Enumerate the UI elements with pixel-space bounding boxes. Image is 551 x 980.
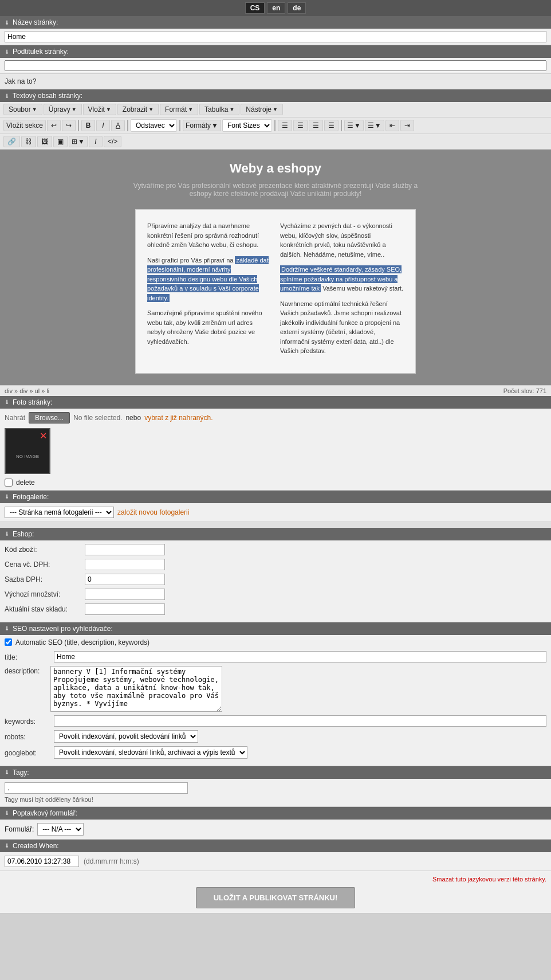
undo-btn[interactable]: ↩ <box>47 120 61 131</box>
formats-btn[interactable]: Formáty ▼ <box>183 120 221 131</box>
vybrat-link[interactable]: vybrat z již nahraných. <box>144 414 212 422</box>
created-header: ⇓ Created When: <box>0 840 551 852</box>
lang-cs[interactable]: CS <box>245 2 265 14</box>
bottom-section: Smazat tuto jazykovou verzi této stránky… <box>0 871 551 914</box>
image-btn[interactable]: 🖼 <box>37 136 52 147</box>
font-sizes-select[interactable]: Font Sizes <box>222 119 272 132</box>
insert-section-btn[interactable]: Vložit sekce <box>3 120 46 131</box>
delete-page-link[interactable]: Smazat tuto jazykovou verzi této stránky… <box>5 876 546 883</box>
source-btn[interactable]: </> <box>104 136 121 147</box>
podtitulek-input[interactable] <box>5 60 546 71</box>
tags-hint: Tagy musí být odděleny čárkou! <box>5 796 546 803</box>
tagy-header: ⇓ Tagy: <box>0 766 551 779</box>
paragraph-select[interactable]: Odstavec <box>131 119 177 132</box>
nazev-field-row <box>0 29 551 45</box>
eshop-kod-input[interactable] <box>85 544 165 555</box>
menu-nastroje[interactable]: Nástroje ▼ <box>241 104 283 115</box>
align-left-btn[interactable]: ☰ <box>278 120 292 131</box>
media-btn[interactable]: ▣ <box>53 136 68 147</box>
eshop-sklad-input[interactable] <box>85 603 165 615</box>
menu-format[interactable]: Formát ▼ <box>160 104 198 115</box>
poptavka-arrow: ⇓ <box>5 810 9 816</box>
zalozit-link[interactable]: založit novou fotogalerii <box>117 508 189 516</box>
tabulka-arrow: ▼ <box>229 107 234 112</box>
browse-button[interactable]: Browse... <box>29 412 70 424</box>
italic-btn[interactable]: I <box>96 120 110 131</box>
menu-zobrazit[interactable]: Zobrazit ▼ <box>117 104 159 115</box>
seo-title-input[interactable] <box>54 651 546 663</box>
editor-title: Weby a eshopy <box>230 161 321 176</box>
link-btn[interactable]: 🔗 <box>3 136 20 147</box>
outdent-btn[interactable]: ⇤ <box>385 120 399 131</box>
created-input[interactable] <box>5 856 79 867</box>
eshop-mnozstvi-input[interactable] <box>85 589 165 600</box>
align-center-btn[interactable]: ☰ <box>293 120 308 131</box>
bold-btn[interactable]: B <box>81 120 95 131</box>
list-ordered-btn[interactable]: ☰ ▼ <box>365 120 384 131</box>
eshop-cena-input[interactable] <box>85 559 165 570</box>
menu-tabulka[interactable]: Tabulka ▼ <box>199 104 239 115</box>
lang-de[interactable]: de <box>288 2 306 14</box>
fotogalerie-select[interactable]: --- Stránka nemá fotogalerii --- <box>5 507 114 518</box>
lang-en[interactable]: en <box>267 2 285 14</box>
table-btn[interactable]: ⊞ ▼ <box>69 136 88 147</box>
unlink-btn[interactable]: ⛓ <box>21 136 36 147</box>
tags-section: Tagy musí být odděleny čárkou! <box>0 779 551 807</box>
eshop-cena-row: Cena vč. DPH: <box>5 559 546 570</box>
nazev-header-label: Název stránky: <box>13 18 58 26</box>
vlozit-arrow: ▼ <box>106 107 111 112</box>
eshop-cena-label: Cena vč. DPH: <box>5 560 85 569</box>
jak-na-to: Jak na to? <box>0 74 551 89</box>
editor-subtitle: Vytváříme pro Vás profesionální webové p… <box>132 182 419 198</box>
tags-input[interactable] <box>5 782 188 794</box>
italic2-btn[interactable]: I <box>89 136 103 147</box>
delete-row: delete <box>5 479 546 487</box>
align-justify-btn[interactable]: ☰ <box>324 120 339 131</box>
delete-checkbox[interactable] <box>5 479 13 487</box>
eshop-mnozstvi-row: Výchozí množství: <box>5 589 546 600</box>
seo-header-label: SEO nastavení pro vyhledávače: <box>13 625 113 633</box>
foto-upload-row: Nahrát Browse... No file selected. nebo … <box>5 412 546 424</box>
content-col-2: Vycházíme z pevných dat - o výkonnosti w… <box>280 221 404 362</box>
auto-seo-checkbox[interactable] <box>5 638 12 646</box>
menu-bar: Soubor ▼ Úpravy ▼ Vložit ▼ Zobrazit ▼ Fo… <box>0 102 551 117</box>
nastroje-arrow: ▼ <box>273 107 278 112</box>
redo-btn[interactable]: ↪ <box>62 120 76 131</box>
menu-upravy[interactable]: Úpravy ▼ <box>44 104 82 115</box>
indent-btn[interactable]: ⇥ <box>400 120 414 131</box>
eshop-sazba-input[interactable] <box>85 574 165 585</box>
list-bullet-arrow: ▼ <box>354 121 361 130</box>
separator-5 <box>341 120 342 131</box>
poptavka-select[interactable]: --- N/A --- <box>37 823 84 836</box>
list-bullet-btn[interactable]: ☰ ▼ <box>344 120 364 131</box>
podtitulek-header-label: Podtitulek stránky: <box>13 48 69 56</box>
menu-vlozit[interactable]: Vložit ▼ <box>83 104 116 115</box>
text-obsah-header-label: Textový obsah stránky: <box>13 92 82 100</box>
seo-keywords-input[interactable] <box>54 715 546 727</box>
auto-seo-label: Automatic SEO (title, description, keywo… <box>15 638 149 646</box>
podtitulek-field-row <box>0 58 551 74</box>
save-publish-button[interactable]: ULOŽIT A PUBLIKOVAT STRÁNKU! <box>196 887 356 908</box>
highlight-text: základě dat profesionální, moderní návrh… <box>147 256 269 302</box>
zobrazit-arrow: ▼ <box>148 107 154 112</box>
nazev-input[interactable] <box>5 31 546 42</box>
soubor-arrow: ▼ <box>32 107 37 112</box>
nebo-text: nebo <box>125 414 141 422</box>
seo-header: ⇓ SEO nastavení pro vyhledávače: <box>0 622 551 635</box>
seo-title-row: title: <box>5 651 546 663</box>
menu-soubor[interactable]: Soubor ▼ <box>3 104 42 115</box>
seo-googlebot-select[interactable]: Povolit indexování, sledování linků, arc… <box>54 746 247 759</box>
delete-label: delete <box>16 479 35 487</box>
seo-desc-textarea[interactable]: bannery V [1] Informační systémy Propoju… <box>50 666 222 712</box>
editor-content-area[interactable]: Weby a eshopy Vytváříme pro Vás profesio… <box>0 150 551 385</box>
align-right-btn[interactable]: ☰ <box>309 120 323 131</box>
toolbar-row-2: 🔗 ⛓ 🖼 ▣ ⊞ ▼ I </> <box>0 134 551 150</box>
seo-robots-select[interactable]: Povolit indexování, povolit sledování li… <box>54 730 198 743</box>
nazev-header: ⇓ Název stránky: <box>0 16 551 29</box>
eshop-header-label: Eshop: <box>13 530 34 538</box>
content-col1-p3: Samozřejmě připravíme spuštění nového we… <box>147 308 271 346</box>
poptavka-row: Formulář: --- N/A --- <box>5 823 546 836</box>
fotogalerie-row: --- Stránka nemá fotogalerii --- založit… <box>5 507 546 518</box>
underline-btn[interactable]: A <box>111 120 125 131</box>
poptavka-label: Formulář: <box>5 825 34 833</box>
